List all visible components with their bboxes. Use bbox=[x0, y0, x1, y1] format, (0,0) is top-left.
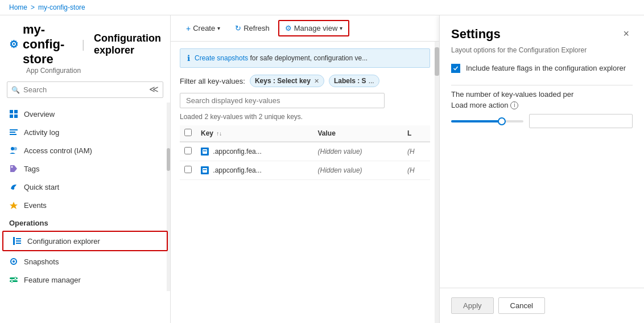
sort-icon[interactable]: ↑↓ bbox=[216, 130, 222, 137]
sidebar-item-quick-start[interactable]: Quick start bbox=[0, 178, 170, 196]
operations-section-label: Operations bbox=[0, 214, 170, 230]
settings-divider bbox=[451, 85, 633, 85]
sidebar-item-config-explorer[interactable]: Configuration explorer bbox=[2, 231, 168, 251]
sidebar-item-label: Events bbox=[24, 201, 47, 210]
row-checkbox[interactable] bbox=[184, 166, 192, 173]
svg-rect-12 bbox=[16, 238, 21, 239]
overview-icon bbox=[9, 109, 18, 118]
sidebar-item-snapshots[interactable]: Snapshots bbox=[0, 252, 170, 271]
nav-section: Overview Activity log Access control (IA… bbox=[0, 103, 170, 291]
collapse-button[interactable]: ≪ bbox=[145, 81, 163, 97]
svg-point-19 bbox=[14, 277, 16, 280]
svg-rect-13 bbox=[16, 240, 21, 242]
svg-rect-5 bbox=[10, 132, 15, 133]
filter-keys-remove-icon[interactable]: ✕ bbox=[314, 77, 319, 85]
breadcrumb-current[interactable]: my-config-store bbox=[38, 3, 85, 11]
sidebar-item-activity-log[interactable]: Activity log bbox=[0, 123, 170, 141]
activity-log-icon bbox=[9, 128, 18, 137]
search-input[interactable] bbox=[7, 81, 163, 98]
store-subtitle: App Configuration bbox=[26, 67, 161, 75]
refresh-icon: ↻ bbox=[235, 24, 241, 32]
info-suffix: for safe deployment, configuration ve... bbox=[250, 54, 368, 62]
sidebar-item-access-control[interactable]: Access control (IAM) bbox=[0, 141, 170, 160]
include-flags-checkbox[interactable] bbox=[451, 64, 460, 73]
apply-button[interactable]: Apply bbox=[451, 297, 494, 314]
kv-slider-value[interactable]: 200 bbox=[529, 114, 633, 128]
settings-footer: Apply Cancel bbox=[440, 288, 644, 323]
sidebar-item-overview[interactable]: Overview bbox=[0, 105, 170, 123]
key-header-label: Key bbox=[201, 129, 213, 137]
select-all-checkbox[interactable] bbox=[184, 129, 192, 136]
row-label-value: (H bbox=[407, 148, 415, 156]
sidebar-item-label: Activity log bbox=[24, 128, 59, 137]
sidebar-title-area: ⚙ my-config-store | Configuration explor… bbox=[9, 22, 161, 67]
store-name: my-config-store bbox=[23, 22, 73, 67]
filter-labels-label: Labels : S bbox=[334, 77, 366, 85]
manage-view-gear-icon: ⚙ bbox=[285, 24, 292, 32]
key-type-icon bbox=[201, 148, 209, 156]
create-label: Create bbox=[193, 24, 215, 32]
data-table: Key ↑↓ Value L bbox=[180, 125, 430, 180]
svg-point-9 bbox=[11, 166, 13, 168]
breadcrumb-home[interactable]: Home bbox=[9, 3, 27, 11]
manage-view-button[interactable]: ⚙ Manage view ▾ bbox=[278, 20, 350, 36]
svg-point-8 bbox=[14, 147, 17, 150]
vertical-scrollbar[interactable] bbox=[435, 42, 439, 323]
create-chevron-icon: ▾ bbox=[217, 25, 220, 31]
access-control-icon bbox=[9, 146, 18, 155]
filter-keys-tag[interactable]: Keys : Select key ✕ bbox=[250, 75, 324, 87]
quick-start-icon bbox=[9, 182, 18, 191]
manage-view-label: Manage view bbox=[294, 24, 338, 32]
svg-rect-22 bbox=[203, 150, 207, 152]
settings-close-button[interactable]: × bbox=[620, 27, 633, 41]
sidebar-item-events[interactable]: Events bbox=[0, 196, 170, 214]
table-row: .appconfig.fea... (Hidden value) (H bbox=[180, 161, 430, 180]
info-icon: ℹ bbox=[187, 54, 190, 63]
svg-rect-2 bbox=[10, 115, 13, 118]
kv-slider-track[interactable] bbox=[451, 120, 523, 122]
breadcrumb-separator: > bbox=[31, 3, 35, 11]
sidebar-item-label: Configuration explorer bbox=[27, 237, 100, 246]
row-key-cell: .appconfig.fea... bbox=[196, 142, 313, 161]
sidebar-item-label: Snapshots bbox=[24, 257, 59, 266]
refresh-button[interactable]: ↻ Refresh bbox=[229, 21, 276, 36]
main-panel: + Create ▾ ↻ Refresh ⚙ Manage view ▾ ℹ C… bbox=[171, 15, 439, 323]
kv-slider-thumb[interactable] bbox=[498, 117, 506, 125]
row-checkbox-cell bbox=[180, 142, 196, 161]
cancel-button[interactable]: Cancel bbox=[498, 297, 545, 314]
sidebar-item-feature-manager[interactable]: Feature manager bbox=[0, 271, 170, 289]
filter-labels-tag[interactable]: Labels : S ... bbox=[329, 75, 379, 87]
svg-rect-21 bbox=[203, 149, 207, 154]
row-key-value: .appconfig.fea... bbox=[213, 166, 261, 174]
kv-info-icon[interactable]: i bbox=[510, 101, 518, 109]
settings-body: Include feature flags in the configurati… bbox=[440, 63, 644, 288]
sidebar-item-label: Access control (IAM) bbox=[24, 146, 92, 155]
svg-rect-11 bbox=[13, 237, 15, 245]
info-link[interactable]: Create snapshots bbox=[195, 54, 248, 62]
sidebar-item-label: Tags bbox=[24, 165, 39, 173]
sidebar: ⚙ my-config-store | Configuration explor… bbox=[0, 15, 171, 323]
sidebar-item-tags[interactable]: Tags bbox=[0, 160, 170, 178]
filter-bar: Filter all key-values: Keys : Select key… bbox=[180, 75, 430, 87]
settings-title: Settings bbox=[451, 27, 501, 42]
filter-label: Filter all key-values: bbox=[180, 77, 245, 85]
row-checkbox[interactable] bbox=[184, 147, 192, 154]
svg-rect-1 bbox=[14, 110, 18, 113]
search-kv-input[interactable] bbox=[180, 93, 385, 108]
row-value-cell: (Hidden value) bbox=[313, 142, 403, 161]
table-header-key: Key ↑↓ bbox=[196, 125, 313, 142]
row-key-value: .appconfig.fea... bbox=[213, 148, 261, 156]
manage-view-chevron-icon: ▾ bbox=[340, 25, 342, 31]
info-text: Create snapshots for safe deployment, co… bbox=[195, 54, 368, 62]
scroll-thumb[interactable] bbox=[435, 47, 439, 76]
svg-point-16 bbox=[13, 260, 15, 263]
create-button[interactable]: + Create ▾ bbox=[180, 21, 226, 36]
table-header-label: L bbox=[403, 125, 430, 142]
events-icon bbox=[9, 201, 18, 210]
settings-panel: Settings × Layout options for the Config… bbox=[439, 15, 644, 323]
row-hidden-value: (Hidden value) bbox=[318, 148, 362, 156]
sidebar-item-label: Overview bbox=[24, 110, 55, 118]
svg-rect-14 bbox=[16, 243, 21, 244]
row-label-cell: (H bbox=[403, 161, 430, 180]
toolbar: + Create ▾ ↻ Refresh ⚙ Manage view ▾ bbox=[171, 15, 439, 42]
